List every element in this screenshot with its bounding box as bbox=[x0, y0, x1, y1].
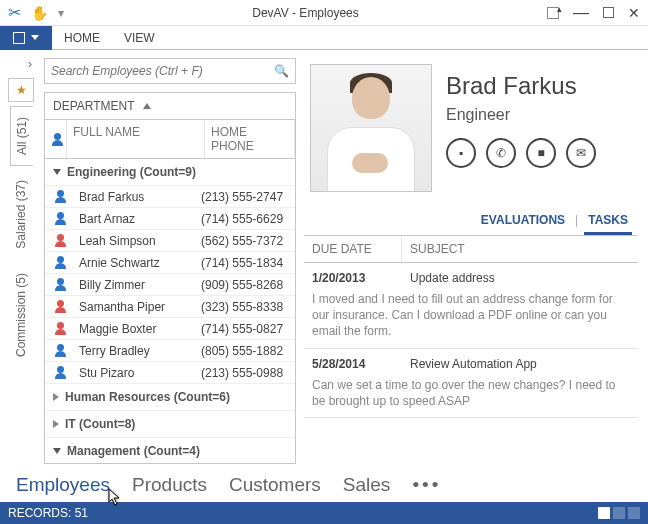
group-by-header[interactable]: DEPARTMENT bbox=[45, 93, 295, 120]
tab-view[interactable]: VIEW bbox=[112, 27, 167, 49]
view-3-icon[interactable] bbox=[628, 507, 640, 519]
nav-sales[interactable]: Sales bbox=[343, 474, 391, 496]
ribbon-options-icon[interactable]: ▴ bbox=[547, 7, 559, 19]
task-subject: Update address bbox=[410, 271, 495, 285]
phone-button[interactable]: ✆ bbox=[486, 138, 516, 168]
table-row[interactable]: Brad Farkus(213) 555-2747 bbox=[45, 186, 295, 208]
group-row[interactable]: Human Resources (Count=6) bbox=[45, 384, 295, 411]
chat-button[interactable]: ▪ bbox=[446, 138, 476, 168]
pin-button[interactable]: ★ bbox=[8, 78, 34, 102]
table-row[interactable]: Terry Bradley(805) 555-1882 bbox=[45, 340, 295, 362]
file-menu[interactable] bbox=[0, 26, 52, 50]
table-row[interactable]: Stu Pizaro(213) 555-0988 bbox=[45, 362, 295, 384]
task-item[interactable]: 1/20/2013Update addressI moved and I nee… bbox=[304, 263, 638, 349]
person-icon bbox=[54, 344, 67, 357]
row-name: Billy Zimmer bbox=[75, 278, 201, 292]
task-date: 1/20/2013 bbox=[312, 271, 410, 285]
maximize-icon[interactable] bbox=[603, 7, 614, 18]
group-row[interactable]: Engineering (Count=9) bbox=[45, 159, 295, 186]
file-icon bbox=[13, 32, 25, 44]
view-switcher[interactable] bbox=[598, 507, 640, 519]
detail-name: Brad Farkus bbox=[446, 72, 632, 100]
table-row[interactable]: Samantha Piper(323) 555-8338 bbox=[45, 296, 295, 318]
search-input[interactable] bbox=[51, 64, 268, 78]
phone-icon: ✆ bbox=[496, 146, 506, 160]
sidebar-item-salaried[interactable]: Salaried (37) bbox=[10, 170, 32, 259]
sidebar: › ★ All (51) Salaried (37) Commission (5… bbox=[0, 50, 42, 468]
video-icon: ■ bbox=[537, 146, 544, 160]
hand-icon[interactable]: ✋ bbox=[31, 5, 48, 21]
table-row[interactable]: Maggie Boxter(714) 555-0827 bbox=[45, 318, 295, 340]
bottom-nav: Employees Products Customers Sales ••• bbox=[0, 468, 648, 502]
person-icon bbox=[54, 366, 67, 379]
sidebar-item-all[interactable]: All (51) bbox=[10, 106, 33, 166]
tab-tasks[interactable]: TASKS bbox=[584, 208, 632, 235]
group-title: Human Resources (Count=6) bbox=[65, 390, 230, 404]
email-icon: ✉ bbox=[576, 146, 586, 160]
sidebar-item-commission[interactable]: Commission (5) bbox=[10, 263, 32, 367]
task-item[interactable]: 5/28/2014Review Automation AppCan we set… bbox=[304, 349, 638, 418]
minimize-icon[interactable]: — bbox=[573, 9, 589, 17]
column-icon[interactable] bbox=[45, 120, 67, 158]
task-description: Can we set a time to go over the new cha… bbox=[312, 377, 630, 409]
row-name: Bart Arnaz bbox=[75, 212, 201, 226]
group-row[interactable]: Management (Count=4) bbox=[45, 438, 295, 463]
expand-icon bbox=[53, 420, 59, 428]
nav-products[interactable]: Products bbox=[132, 474, 207, 496]
status-bar: RECORDS: 51 bbox=[0, 502, 648, 524]
row-name: Arnie Schwartz bbox=[75, 256, 201, 270]
close-icon[interactable]: ✕ bbox=[628, 5, 640, 21]
person-icon bbox=[54, 300, 67, 313]
task-description: I moved and I need to fill out an addres… bbox=[312, 291, 630, 340]
group-title: Management (Count=4) bbox=[67, 444, 200, 458]
table-row[interactable]: Billy Zimmer(909) 555-8268 bbox=[45, 274, 295, 296]
row-name: Brad Farkus bbox=[75, 190, 201, 204]
expand-icon bbox=[53, 448, 61, 454]
table-row[interactable]: Leah Simpson(562) 555-7372 bbox=[45, 230, 295, 252]
row-name: Terry Bradley bbox=[75, 344, 201, 358]
sort-asc-icon bbox=[143, 103, 151, 109]
group-row[interactable]: IT (Count=8) bbox=[45, 411, 295, 438]
table-row[interactable]: Bart Arnaz(714) 555-6629 bbox=[45, 208, 295, 230]
row-phone: (213) 555-2747 bbox=[201, 190, 295, 204]
row-phone: (213) 555-0988 bbox=[201, 366, 295, 380]
row-name: Leah Simpson bbox=[75, 234, 201, 248]
video-button[interactable]: ■ bbox=[526, 138, 556, 168]
view-1-icon[interactable] bbox=[598, 507, 610, 519]
email-button[interactable]: ✉ bbox=[566, 138, 596, 168]
row-phone: (323) 555-8338 bbox=[201, 300, 295, 314]
person-icon bbox=[51, 133, 60, 146]
expand-icon bbox=[53, 393, 59, 401]
employee-grid: DEPARTMENT FULL NAME HOME PHONE Engineer… bbox=[44, 92, 296, 464]
column-duedate[interactable]: DUE DATE bbox=[304, 236, 402, 262]
row-phone: (805) 555-1882 bbox=[201, 344, 295, 358]
nav-more[interactable]: ••• bbox=[412, 474, 441, 496]
column-headers: FULL NAME HOME PHONE bbox=[45, 120, 295, 159]
ribbon: HOME VIEW bbox=[0, 26, 648, 50]
avatar bbox=[310, 64, 432, 192]
column-fullname[interactable]: FULL NAME bbox=[67, 120, 205, 158]
table-row[interactable]: Arnie Schwartz(714) 555-1834 bbox=[45, 252, 295, 274]
tab-evaluations[interactable]: EVALUATIONS bbox=[477, 208, 569, 235]
group-title: Engineering (Count=9) bbox=[67, 165, 196, 179]
search-box[interactable]: 🔍 bbox=[44, 58, 296, 84]
expand-sidebar-icon[interactable]: › bbox=[6, 54, 36, 74]
column-subject[interactable]: SUBJECT bbox=[402, 236, 473, 262]
column-homephone[interactable]: HOME PHONE bbox=[205, 120, 295, 158]
tab-home[interactable]: HOME bbox=[52, 27, 112, 49]
detail-card: Brad Farkus Engineer ▪ ✆ ■ ✉ bbox=[304, 58, 638, 208]
record-count: RECORDS: 51 bbox=[8, 506, 88, 520]
expand-icon bbox=[53, 169, 61, 175]
row-name: Samantha Piper bbox=[75, 300, 201, 314]
view-2-icon[interactable] bbox=[613, 507, 625, 519]
nav-employees[interactable]: Employees bbox=[16, 474, 110, 496]
nav-customers[interactable]: Customers bbox=[229, 474, 321, 496]
person-icon bbox=[54, 212, 67, 225]
detail-tabs: EVALUATIONS | TASKS bbox=[304, 208, 638, 236]
row-phone: (562) 555-7372 bbox=[201, 234, 295, 248]
search-icon[interactable]: 🔍 bbox=[268, 64, 289, 78]
task-subject: Review Automation App bbox=[410, 357, 537, 371]
row-phone: (714) 555-1834 bbox=[201, 256, 295, 270]
row-phone: (714) 555-6629 bbox=[201, 212, 295, 226]
task-date: 5/28/2014 bbox=[312, 357, 410, 371]
